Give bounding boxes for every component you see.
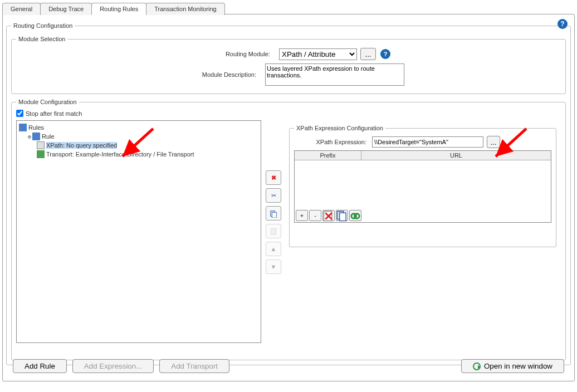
cut-button[interactable]: ✂ bbox=[266, 188, 281, 203]
routing-module-label: Routing Module: bbox=[187, 51, 270, 57]
tree-node-rule[interactable]: Rule bbox=[42, 133, 55, 140]
svg-rect-7 bbox=[340, 213, 346, 220]
tab-debug-trace[interactable]: Debug Trace bbox=[40, 3, 92, 15]
ns-link-icon[interactable] bbox=[349, 210, 361, 221]
tree-node-rules[interactable]: Rules bbox=[28, 124, 44, 131]
tab-routing-rules[interactable]: Routing Rules bbox=[91, 3, 146, 15]
routing-configuration-legend: Routing Configuration bbox=[11, 22, 75, 29]
bottom-button-bar: Add Rule Add Expression... Add Transport… bbox=[13, 359, 564, 373]
xpath-expression-config-legend: XPath Expression Configuration bbox=[294, 125, 385, 131]
routing-module-select[interactable]: XPath / Attribute bbox=[279, 48, 357, 60]
routing-module-more-button[interactable]: ... bbox=[360, 48, 376, 60]
rules-icon bbox=[19, 124, 27, 131]
open-new-window-label: Open in new window bbox=[484, 362, 552, 370]
tab-bar: General Debug Trace Routing Rules Transa… bbox=[2, 2, 575, 14]
svg-point-9 bbox=[355, 214, 360, 219]
add-rule-button[interactable]: Add Rule bbox=[13, 359, 67, 373]
module-configuration-fieldset: Module Configuration Stop after first ma… bbox=[11, 99, 566, 360]
svg-rect-2 bbox=[271, 229, 276, 235]
svg-rect-1 bbox=[272, 212, 276, 218]
stop-after-first-match-checkbox[interactable] bbox=[16, 110, 23, 117]
ns-add-button[interactable]: + bbox=[296, 210, 308, 221]
tree-toggle-rule[interactable]: ⊕ bbox=[28, 134, 31, 140]
ns-remove-button[interactable]: - bbox=[309, 210, 321, 221]
open-new-window-icon bbox=[473, 362, 481, 370]
rules-tree[interactable]: Rules ⊕ Rule bbox=[16, 120, 261, 343]
module-selection-fieldset: Module Selection Routing Module: XPath /… bbox=[11, 36, 566, 94]
main-panel: ? Routing Configuration Module Selection… bbox=[2, 14, 575, 381]
open-new-window-button[interactable]: Open in new window bbox=[461, 359, 564, 373]
ns-prefix-header: Prefix bbox=[295, 151, 361, 160]
move-up-button: ▲ bbox=[266, 242, 281, 256]
stop-after-first-match-label: Stop after first match bbox=[26, 110, 82, 117]
tab-general[interactable]: General bbox=[2, 3, 41, 15]
tree-node-xpath[interactable]: XPath: No query specified bbox=[46, 142, 117, 149]
ns-delete-icon[interactable] bbox=[322, 210, 335, 221]
tree-toolbar: ✖ ✂ ▲ ▼ bbox=[266, 170, 285, 343]
move-down-button: ▼ bbox=[266, 259, 281, 274]
transport-icon bbox=[37, 150, 45, 158]
xpath-expression-config-fieldset: XPath Expression Configuration XPath Exp… bbox=[289, 125, 556, 247]
module-description-textarea[interactable]: Uses layered XPath expression to route t… bbox=[265, 63, 404, 86]
module-selection-legend: Module Selection bbox=[16, 36, 67, 42]
xpath-expression-more-button[interactable]: ... bbox=[487, 136, 500, 148]
xpath-expression-input[interactable] bbox=[372, 136, 483, 148]
delete-button[interactable]: ✖ bbox=[266, 170, 281, 185]
copy-button[interactable] bbox=[266, 206, 281, 220]
routing-configuration-fieldset: Routing Configuration Module Selection R… bbox=[6, 22, 571, 365]
tab-transaction-monitoring[interactable]: Transaction Monitoring bbox=[146, 3, 224, 15]
ns-url-header: URL bbox=[361, 151, 551, 160]
ns-clone-icon[interactable] bbox=[336, 210, 348, 221]
help-icon[interactable]: ? bbox=[558, 19, 568, 29]
rule-icon bbox=[32, 133, 40, 140]
add-transport-button: Add Transport bbox=[159, 359, 229, 373]
module-configuration-legend: Module Configuration bbox=[16, 99, 79, 105]
paste-button bbox=[266, 224, 281, 238]
xpath-expression-label: XPath Expression: bbox=[294, 139, 366, 145]
add-expression-button: Add Expression... bbox=[72, 359, 154, 373]
routing-module-help-icon[interactable]: ? bbox=[380, 49, 390, 59]
namespace-table[interactable]: Prefix URL + - bbox=[294, 150, 551, 223]
tree-node-transport[interactable]: Transport: Example-Interface.Directory /… bbox=[46, 151, 194, 158]
module-description-label: Module Description: bbox=[173, 71, 256, 78]
xpath-icon bbox=[37, 141, 45, 149]
